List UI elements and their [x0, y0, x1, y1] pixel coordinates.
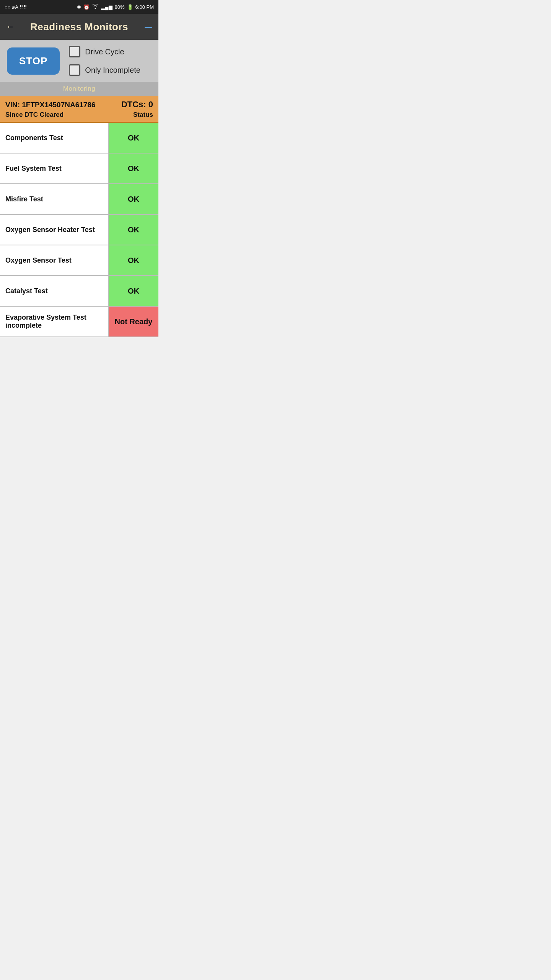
since-dtc-label: Since DTC Cleared: [5, 111, 64, 119]
test-status-cell: OK: [109, 215, 158, 245]
status-bar-left: ○○ ⌀A ⠿⠿: [5, 4, 27, 10]
test-status-cell: OK: [109, 154, 158, 183]
test-status-cell: Not Ready: [109, 307, 158, 336]
test-row: Catalyst TestOK: [0, 276, 158, 307]
checkboxes-container: Drive Cycle Only Incomplete: [69, 46, 140, 76]
controls-row: STOP Drive Cycle Only Incomplete: [0, 40, 158, 82]
signal-bars: ▂▄▆: [101, 4, 112, 10]
status-icons: ○○ ⌀A ⠿⠿: [5, 4, 27, 10]
bluetooth-icon: ✱: [77, 4, 81, 10]
status-bar-right: ✱ ⏰ ▂▄▆ 80% 🔋 6:00 PM: [77, 4, 154, 10]
test-row: Oxygen Sensor TestOK: [0, 245, 158, 276]
test-row: Misfire TestOK: [0, 184, 158, 215]
test-name-cell: Oxygen Sensor Heater Test: [0, 215, 109, 245]
test-name-cell: Misfire Test: [0, 184, 109, 214]
only-incomplete-checkbox-box[interactable]: [69, 64, 80, 76]
time-display: 6:00 PM: [135, 4, 154, 10]
alarm-icon: ⏰: [83, 4, 90, 10]
battery-icon: 🔋: [127, 4, 133, 10]
back-button[interactable]: ←: [6, 22, 18, 32]
test-row: Components TestOK: [0, 123, 158, 154]
wifi-icon: [92, 4, 99, 10]
vin-bottom: Since DTC Cleared Status: [5, 111, 153, 119]
vin-label: VIN: 1FTPX14507NA61786: [5, 101, 96, 109]
footer-space: [0, 337, 158, 360]
only-incomplete-label: Only Incomplete: [85, 66, 140, 75]
stop-button[interactable]: STOP: [7, 47, 60, 75]
test-name-cell: Oxygen Sensor Test: [0, 245, 109, 275]
test-table: Components TestOKFuel System TestOKMisfi…: [0, 123, 158, 337]
test-status-cell: OK: [109, 276, 158, 306]
test-row: Oxygen Sensor Heater TestOK: [0, 215, 158, 245]
drive-cycle-label: Drive Cycle: [85, 47, 124, 56]
monitoring-text: Monitoring: [63, 85, 95, 92]
battery-percent: 80%: [115, 4, 125, 10]
menu-icon[interactable]: —: [140, 23, 152, 31]
monitoring-banner: Monitoring: [0, 82, 158, 96]
test-status-cell: OK: [109, 245, 158, 275]
vin-top: VIN: 1FTPX14507NA61786 DTCs: 0: [5, 100, 153, 109]
test-status-cell: OK: [109, 184, 158, 214]
status-bar: ○○ ⌀A ⠿⠿ ✱ ⏰ ▂▄▆ 80% 🔋 6:00 PM: [0, 0, 158, 14]
drive-cycle-checkbox[interactable]: Drive Cycle: [69, 46, 140, 57]
test-row: Fuel System TestOK: [0, 154, 158, 184]
page-title: Readiness Monitors: [18, 21, 140, 33]
test-name-cell: Components Test: [0, 123, 109, 153]
drive-cycle-checkbox-box[interactable]: [69, 46, 80, 57]
dtc-label: DTCs: 0: [121, 100, 153, 109]
only-incomplete-checkbox[interactable]: Only Incomplete: [69, 64, 140, 76]
test-name-cell: Fuel System Test: [0, 154, 109, 183]
status-column-header: Status: [133, 111, 153, 119]
test-status-cell: OK: [109, 123, 158, 153]
test-name-cell: Evaporative System Test incomplete: [0, 307, 109, 336]
header: ← Readiness Monitors —: [0, 14, 158, 40]
test-name-cell: Catalyst Test: [0, 276, 109, 306]
vin-row: VIN: 1FTPX14507NA61786 DTCs: 0 Since DTC…: [0, 96, 158, 123]
test-row: Evaporative System Test incompleteNot Re…: [0, 307, 158, 337]
